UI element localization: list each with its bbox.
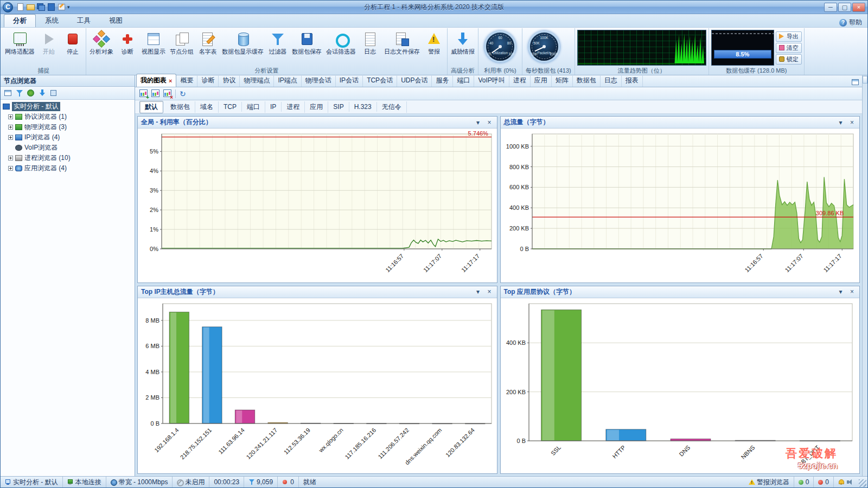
- ribbon-item-stop[interactable]: 停止: [61, 29, 85, 55]
- ribbon-item-log[interactable]: 日志: [358, 29, 382, 55]
- ribbon-item-conversation-filter[interactable]: 会话筛选器: [324, 29, 358, 55]
- tab-diagnosis[interactable]: 诊断: [197, 74, 219, 87]
- filter-ip[interactable]: IP: [265, 102, 282, 112]
- filter-port[interactable]: 端口: [242, 101, 265, 113]
- sound-icon[interactable]: [846, 479, 852, 485]
- close-panel-icon[interactable]: ×: [848, 119, 856, 126]
- tab-voip-call[interactable]: VoIP呼叫: [474, 74, 509, 87]
- lock-button[interactable]: 锁定: [776, 54, 802, 65]
- filter-default[interactable]: 默认: [139, 101, 163, 113]
- ribbon-tab-view[interactable]: 视图: [100, 14, 132, 27]
- filter-domain[interactable]: 域名: [195, 101, 219, 113]
- node-view-settings-icon[interactable]: [3, 88, 12, 98]
- ribbon-item-log-file-save[interactable]: 日志文件保存: [382, 29, 422, 55]
- collapse-icon[interactable]: ▾: [474, 119, 482, 126]
- ribbon-item-analysis-objects[interactable]: 分析对象: [87, 29, 116, 55]
- alert-browser-button[interactable]: 警报浏览器: [744, 477, 794, 487]
- filter-process[interactable]: 进程: [282, 101, 305, 113]
- open-project-icon[interactable]: [26, 3, 35, 11]
- save-icon[interactable]: [47, 3, 56, 11]
- edit-icon[interactable]: [57, 3, 66, 11]
- alarm-bell-icon[interactable]: [838, 479, 844, 485]
- clear-button[interactable]: 清空: [776, 43, 802, 53]
- expand-icon[interactable]: [8, 125, 13, 130]
- close-panel-icon[interactable]: ×: [486, 119, 494, 126]
- new-project-icon[interactable]: [16, 3, 25, 11]
- filter-no-signaling[interactable]: 无信令: [377, 101, 407, 113]
- tree-item-process-explorer[interactable]: 进程浏览器 (10): [1, 153, 135, 163]
- tab-log[interactable]: 日志: [601, 74, 622, 87]
- ribbon-tab-analysis[interactable]: 分析: [4, 14, 36, 27]
- filter-tcp[interactable]: TCP: [219, 102, 242, 112]
- delete-chart-icon[interactable]: ×: [162, 89, 171, 98]
- expand-icon[interactable]: [8, 156, 13, 160]
- tab-tcp-conversation[interactable]: TCP会话: [363, 74, 397, 87]
- close-tab-icon[interactable]: ×: [169, 78, 172, 84]
- ribbon-item-packet-display-buffer[interactable]: 数据包显示缓存: [220, 29, 266, 55]
- node-export-icon[interactable]: [37, 88, 47, 98]
- ribbon-tab-system[interactable]: 系统: [36, 14, 68, 27]
- filter-sip[interactable]: SIP: [328, 102, 349, 112]
- minimize-button[interactable]: ─: [824, 3, 837, 12]
- tab-options-icon[interactable]: [851, 78, 860, 87]
- tab-physical-endpoint[interactable]: 物理端点: [240, 74, 274, 87]
- add-chart-icon[interactable]: +: [138, 89, 148, 98]
- collapse-icon[interactable]: ▾: [837, 288, 845, 295]
- save-all-icon[interactable]: [36, 3, 46, 11]
- ribbon-item-threat-intel[interactable]: 威胁情报: [449, 29, 477, 55]
- chart-settings-icon[interactable]: [150, 89, 159, 98]
- resize-grip[interactable]: [859, 479, 866, 487]
- filter-h323[interactable]: H.323: [349, 102, 377, 112]
- ribbon-item-alarm[interactable]: 警报: [422, 29, 446, 55]
- node-bookmark-icon[interactable]: [49, 88, 58, 98]
- export-button[interactable]: 导出: [776, 31, 802, 42]
- tab-process[interactable]: 进程: [509, 74, 531, 87]
- tab-report[interactable]: 报表: [622, 74, 643, 87]
- tab-port[interactable]: 端口: [453, 74, 474, 87]
- filter-packet[interactable]: 数据包: [165, 101, 195, 113]
- right-scroll-strip[interactable]: [862, 75, 867, 476]
- tab-my-charts[interactable]: 我的图表×: [136, 74, 176, 87]
- filter-application[interactable]: 应用: [305, 101, 328, 113]
- close-panel-icon[interactable]: ×: [848, 288, 856, 295]
- ribbon-item-network-adapter[interactable]: 网络适配器: [3, 29, 37, 55]
- tab-summary[interactable]: 概要: [176, 74, 197, 87]
- quickbar-dropdown-icon[interactable]: ▾: [67, 4, 70, 10]
- refresh-icon[interactable]: ↻: [180, 90, 186, 98]
- tab-matrix[interactable]: 矩阵: [552, 74, 573, 87]
- ribbon-item-diagnosis[interactable]: 诊断: [116, 29, 139, 55]
- close-panel-icon[interactable]: ×: [486, 288, 494, 295]
- tab-application[interactable]: 应用: [531, 74, 552, 87]
- tree-item-physical-explorer[interactable]: 物理浏览器 (3): [1, 122, 135, 132]
- ribbon-item-name-table[interactable]: 名字表: [196, 29, 220, 55]
- tab-packet[interactable]: 数据包: [573, 74, 601, 87]
- tab-protocol[interactable]: 协议: [219, 74, 240, 87]
- collapse-icon[interactable]: ▾: [837, 119, 845, 126]
- maximize-button[interactable]: ▢: [838, 3, 851, 12]
- tree-item-protocol-explorer[interactable]: 协议浏览器 (1): [1, 112, 135, 122]
- ribbon-item-view-display[interactable]: 视图显示: [139, 29, 168, 55]
- tab-physical-conversation[interactable]: 物理会话: [302, 74, 336, 87]
- tree-item-ip-explorer[interactable]: IP浏览器 (4): [1, 132, 135, 143]
- tab-service[interactable]: 服务: [432, 74, 453, 87]
- expand-icon[interactable]: [8, 114, 13, 119]
- node-locate-icon[interactable]: [26, 88, 35, 98]
- tree-item-voip-explorer[interactable]: VoIP浏览器: [1, 143, 135, 153]
- pane-toggle-icon[interactable]: [863, 76, 867, 84]
- tree-item-application-explorer[interactable]: 应用浏览器 (4): [1, 163, 135, 174]
- collapse-icon[interactable]: ▾: [474, 288, 482, 295]
- close-button[interactable]: ×: [852, 3, 865, 12]
- node-filter-icon[interactable]: [15, 88, 24, 98]
- ribbon-item-start[interactable]: 开始: [37, 29, 61, 55]
- ribbon-tab-tools[interactable]: 工具: [68, 14, 100, 27]
- expand-icon[interactable]: [8, 135, 13, 140]
- tab-ip-conversation[interactable]: IP会话: [336, 74, 363, 87]
- help-button[interactable]: ? 帮助: [839, 18, 864, 27]
- tab-udp-conversation[interactable]: UDP会话: [397, 74, 432, 87]
- ribbon-item-packet-save[interactable]: 数据包保存: [290, 29, 324, 55]
- ribbon-item-filter[interactable]: 过滤器: [266, 29, 290, 55]
- tab-ip-endpoint[interactable]: IP端点: [274, 74, 301, 87]
- expand-icon[interactable]: [8, 166, 13, 171]
- tree-item-realtime-analysis[interactable]: 实时分析 - 默认: [1, 101, 135, 112]
- ribbon-item-node-group[interactable]: 节点分组: [168, 29, 196, 55]
